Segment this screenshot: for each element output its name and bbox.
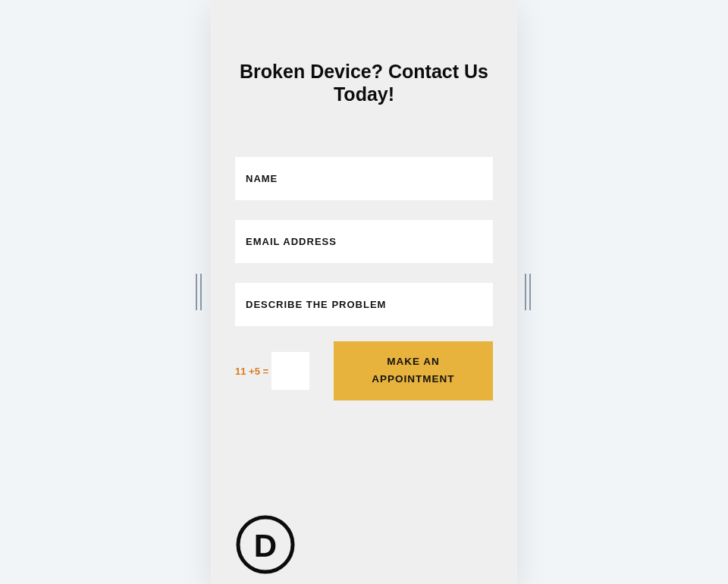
brand-logo: D [235, 514, 296, 575]
captcha: 11 +5 = [235, 352, 309, 390]
logo-letter: D [254, 528, 277, 564]
form-heading: Broken Device? Contact Us Today! [235, 61, 493, 105]
captcha-input[interactable] [271, 352, 309, 390]
describe-problem-input[interactable] [235, 283, 493, 326]
resize-handle-left[interactable] [196, 274, 203, 310]
resize-handle-right[interactable] [525, 274, 532, 310]
email-input[interactable] [235, 220, 493, 263]
name-input[interactable] [235, 157, 493, 200]
make-appointment-button[interactable]: MAKE AN APPOINTMENT [334, 341, 493, 400]
contact-form: 11 +5 = MAKE AN APPOINTMENT [235, 157, 493, 400]
contact-card: Broken Device? Contact Us Today! 11 +5 =… [211, 0, 517, 584]
logo-d-icon: D [235, 514, 296, 575]
captcha-question: 11 +5 = [235, 366, 268, 377]
